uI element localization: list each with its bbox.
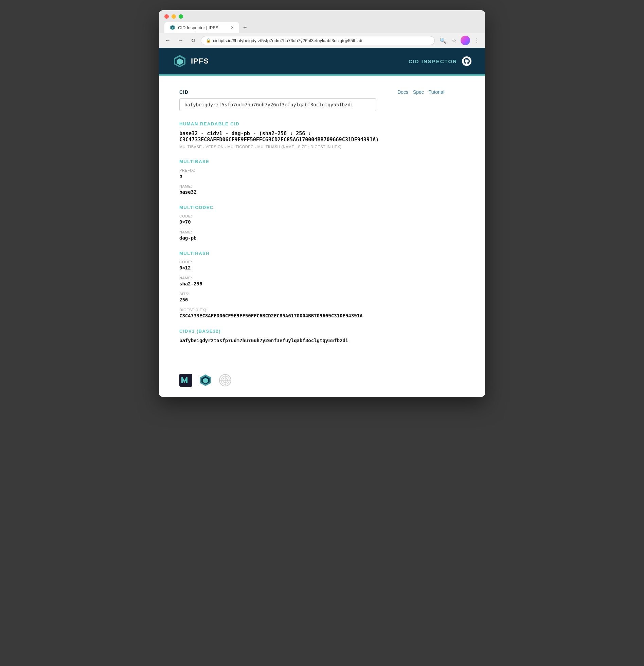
ipfs-logo-text: IPFS xyxy=(191,57,209,66)
tab-title: CID Inspector | IPFS xyxy=(178,25,218,30)
multibase-section: MULTIBASE PREFIX: b NAME: base32 xyxy=(179,159,444,195)
multibase-prefix-group: PREFIX: b xyxy=(179,168,444,179)
multicodec-section: MULTICODEC CODE: 0×70 NAME: dag-pb xyxy=(179,205,444,241)
multihash-title: MULTIHASH xyxy=(179,251,444,256)
cid-label: CID xyxy=(179,89,189,95)
multicodec-name-group: NAME: dag-pb xyxy=(179,230,444,241)
cidv1-value: bafybeigdyrzt5sfp7udm7hu76uh7y26nf3efuyl… xyxy=(179,338,444,343)
multihash-code-label: CODE: xyxy=(179,260,444,264)
header-title: CID INSPECTOR xyxy=(409,58,457,64)
cid-links: Docs Spec Tutorial xyxy=(397,89,444,95)
filecoin-icon[interactable] xyxy=(219,374,232,387)
multihash-bits-group: BITS: 256 xyxy=(179,292,444,302)
address-bar[interactable]: 🔒 cid.ipfs.io/#bafybeigdyrzt5sfp7udm7hu7… xyxy=(201,36,435,45)
human-readable-section: HUMAN READABLE CID base32 - cidv1 - dag-… xyxy=(179,121,444,149)
multibase-title: MULTIBASE xyxy=(179,159,444,164)
multicodec-name-value: dag-pb xyxy=(179,235,444,241)
multicodec-title: MULTICODEC xyxy=(179,205,444,210)
new-tab-button[interactable]: + xyxy=(240,23,250,33)
cidv1-section: CIDV1 (BASE32) bafybeigdyrzt5sfp7udm7hu7… xyxy=(179,329,444,343)
ipfs-header: IPFS CID INSPECTOR xyxy=(159,48,485,74)
tab-close-icon[interactable]: × xyxy=(231,25,234,30)
multihash-code-value: 0×12 xyxy=(179,265,444,270)
multihash-digest-group: DIGEST (HEX): C3C4733EC8AFFD06CF9E9FF50F… xyxy=(179,308,444,318)
human-readable-value: base32 - cidv1 - dag-pb - (sha2-256 : 25… xyxy=(179,130,444,143)
human-readable-title: HUMAN READABLE CID xyxy=(179,121,444,126)
minimize-button[interactable] xyxy=(172,14,176,19)
maximize-button[interactable] xyxy=(179,14,183,19)
tab-bar: CID Inspector | IPFS × + xyxy=(164,22,480,33)
traffic-lights xyxy=(164,14,480,19)
browser-chrome: CID Inspector | IPFS × + xyxy=(159,10,485,33)
multihash-code-group: CODE: 0×12 xyxy=(179,260,444,270)
address-bar-row: ← → ↻ 🔒 cid.ipfs.io/#bafybeigdyrzt5sfp7u… xyxy=(159,33,485,48)
more-options-icon[interactable]: ⋮ xyxy=(473,36,481,45)
multicodec-code-label: CODE: xyxy=(179,214,444,218)
back-button[interactable]: ← xyxy=(163,37,173,44)
browser-window: CID Inspector | IPFS × + ← → ↻ 🔒 cid.ipf… xyxy=(159,10,485,397)
ipfs-footer-icon[interactable] xyxy=(199,374,212,387)
multicodec-code-group: CODE: 0×70 xyxy=(179,214,444,225)
multihash-name-label: NAME: xyxy=(179,276,444,280)
toolbar-icons: 🔍 ☆ ⋮ xyxy=(438,36,481,45)
refresh-button[interactable]: ↻ xyxy=(189,37,197,45)
protocol-labs-icon[interactable] xyxy=(179,374,192,387)
forward-button[interactable]: → xyxy=(176,37,185,44)
multihash-section: MULTIHASH CODE: 0×12 NAME: sha2-256 BITS… xyxy=(179,251,444,318)
search-icon[interactable]: 🔍 xyxy=(438,36,448,45)
multihash-bits-value: 256 xyxy=(179,297,444,302)
profile-avatar[interactable] xyxy=(461,36,470,45)
tutorial-link[interactable]: Tutorial xyxy=(429,89,444,95)
docs-link[interactable]: Docs xyxy=(397,89,408,95)
main-content: CID Docs Spec Tutorial HUMAN READABLE CI… xyxy=(159,76,465,367)
multicodec-name-label: NAME: xyxy=(179,230,444,234)
active-tab[interactable]: CID Inspector | IPFS × xyxy=(164,22,239,33)
multihash-name-group: NAME: sha2-256 xyxy=(179,276,444,286)
address-text: cid.ipfs.io/#bafybeigdyrzt5sfp7udm7hu76u… xyxy=(213,38,430,43)
multibase-prefix-value: b xyxy=(179,173,444,179)
ipfs-logo: IPFS xyxy=(173,54,209,68)
header-right: CID INSPECTOR xyxy=(409,56,471,66)
multibase-name-label: NAME: xyxy=(179,184,444,188)
cid-input[interactable] xyxy=(179,98,376,111)
close-button[interactable] xyxy=(164,14,169,19)
multibase-name-group: NAME: base32 xyxy=(179,184,444,195)
multihash-name-value: sha2-256 xyxy=(179,281,444,286)
multihash-digest-label: DIGEST (HEX): xyxy=(179,308,444,312)
ipfs-cube-icon xyxy=(173,54,187,68)
cid-section: CID Docs Spec Tutorial xyxy=(179,89,444,111)
bookmark-icon[interactable]: ☆ xyxy=(450,36,458,45)
lock-icon: 🔒 xyxy=(206,38,211,43)
multibase-name-value: base32 xyxy=(179,189,444,195)
github-icon[interactable] xyxy=(462,56,471,66)
human-readable-subtitle: MULTIBASE - VERSION - MULTICODEC - MULTI… xyxy=(179,145,444,149)
footer xyxy=(159,367,485,397)
multicodec-code-value: 0×70 xyxy=(179,219,444,225)
spec-link[interactable]: Spec xyxy=(413,89,424,95)
multihash-digest-value: C3C4733EC8AFFD06CF9E9FF50FFC6BCD2EC85A61… xyxy=(179,313,444,318)
multihash-bits-label: BITS: xyxy=(179,292,444,296)
cidv1-title: CIDV1 (BASE32) xyxy=(179,329,444,334)
multibase-prefix-label: PREFIX: xyxy=(179,168,444,172)
tab-favicon-icon xyxy=(170,25,175,30)
cid-header: CID Docs Spec Tutorial xyxy=(179,89,444,95)
app-content: IPFS CID INSPECTOR CID Docs xyxy=(159,48,485,397)
